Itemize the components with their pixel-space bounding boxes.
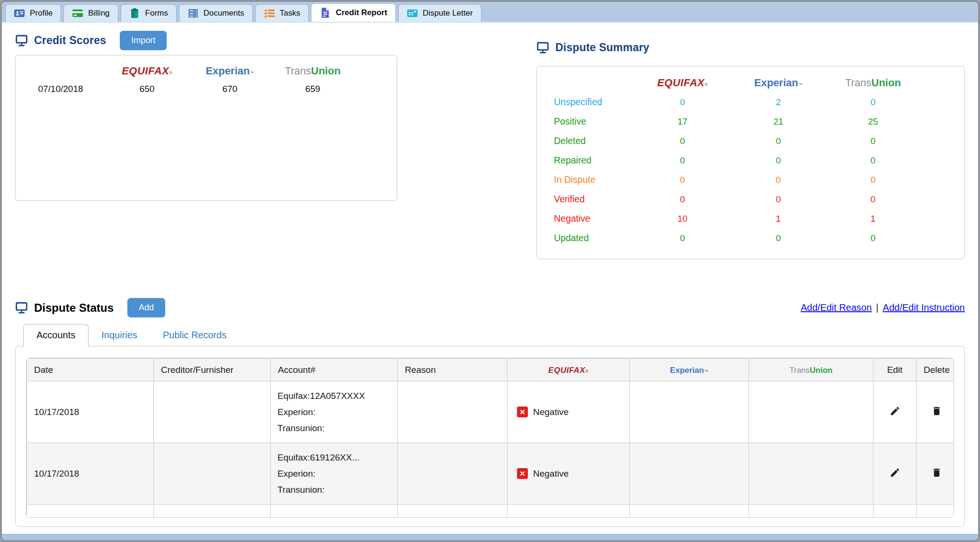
summary-value: 1 bbox=[731, 209, 826, 228]
tab-billing[interactable]: Billing bbox=[63, 4, 118, 22]
equifax-logo: EQUIFAX® bbox=[548, 366, 588, 375]
cell-equifax-status: Negative bbox=[508, 443, 630, 505]
link-separator: | bbox=[876, 302, 878, 313]
score-value: 670 bbox=[188, 80, 271, 98]
tab-label: Profile bbox=[30, 9, 53, 18]
summary-value: 0 bbox=[826, 190, 920, 209]
transunion-logo: TransUnion bbox=[790, 366, 833, 375]
horizontal-scrollbar[interactable] bbox=[2, 534, 978, 540]
cell-delete bbox=[917, 381, 954, 443]
cell-edit bbox=[873, 381, 917, 443]
tab-tasks[interactable]: Tasks bbox=[255, 4, 309, 22]
main-content: Credit Scores Import EQUIFAX®Experian™Tr… bbox=[2, 23, 978, 527]
delete-button[interactable] bbox=[931, 406, 942, 416]
column-header-bureau: TransUnion bbox=[749, 359, 873, 381]
scores-bureau-header: Experian™ bbox=[188, 62, 271, 80]
summary-bureau-header: TransUnion bbox=[826, 73, 920, 92]
column-header-account#: Account# bbox=[271, 359, 398, 381]
dispute-status-header: Dispute Status Add Add/Edit Reason|Add/E… bbox=[15, 298, 965, 317]
table-header-row: DateCreditor/FurnisherAccount#ReasonEQUI… bbox=[27, 359, 954, 381]
cell-account: Equifax:12A057XXXXExperion:Transunion: bbox=[271, 381, 398, 443]
score-row-date: 07/10/2018 bbox=[16, 80, 106, 98]
account-line: Experion: bbox=[277, 466, 391, 482]
column-header-bureau: EQUIFAX® bbox=[508, 359, 630, 381]
import-button[interactable]: Import bbox=[120, 31, 167, 50]
tasks-checklist-icon bbox=[264, 8, 275, 19]
monitor-icon bbox=[15, 34, 28, 47]
dispute-table-container[interactable]: DateCreditor/FurnisherAccount#ReasonEQUI… bbox=[26, 358, 954, 518]
subtab-accounts[interactable]: Accounts bbox=[23, 324, 89, 346]
experian-logo: Experian™ bbox=[206, 65, 254, 77]
forms-clipboard-icon bbox=[129, 8, 141, 19]
edit-button[interactable] bbox=[890, 467, 900, 478]
add-edit-instruction-link[interactable]: Add/Edit Instruction bbox=[883, 302, 965, 313]
summary-value: 17 bbox=[634, 112, 731, 131]
summary-value: 0 bbox=[731, 151, 826, 170]
cell-account: Equifax:332632XXXX bbox=[271, 505, 398, 518]
tab-label: Dispute Letter bbox=[423, 9, 473, 18]
credit-scores-panel: EQUIFAX®Experian™TransUnion07/10/2018650… bbox=[15, 55, 397, 201]
summary-bureau-header: Experian™ bbox=[731, 73, 826, 92]
cell-creditor bbox=[154, 443, 271, 505]
column-header-edit: Edit bbox=[873, 359, 917, 381]
dispute-status-title: Dispute Status bbox=[34, 301, 114, 315]
summary-row-label: Updated bbox=[537, 228, 634, 248]
summary-value: 0 bbox=[826, 228, 920, 248]
dispute-summary-title: Dispute Summary bbox=[555, 41, 650, 54]
main-tab-bar: ProfileBillingFormsDocumentsTasksCredit … bbox=[2, 2, 978, 23]
summary-bureau-header: EQUIFAX® bbox=[634, 73, 731, 92]
tab-profile[interactable]: Profile bbox=[5, 4, 61, 22]
summary-value: 0 bbox=[731, 131, 826, 151]
tab-label: Credit Report bbox=[336, 8, 387, 18]
table-row: 10/17/2018Equifax:12A057XXXXExperion:Tra… bbox=[27, 381, 954, 443]
status-label: Negative bbox=[533, 469, 569, 479]
summary-header-spacer bbox=[537, 73, 634, 92]
add-edit-reason-link[interactable]: Add/Edit Reason bbox=[801, 302, 872, 313]
app-window: ProfileBillingFormsDocumentsTasksCredit … bbox=[0, 0, 980, 542]
edit-button[interactable] bbox=[890, 406, 900, 416]
column-header-creditor-furnisher: Creditor/Furnisher bbox=[154, 359, 271, 381]
cell-account: Equifax:619126XX...Experion:Transunion: bbox=[271, 443, 398, 505]
monitor-icon bbox=[15, 301, 28, 314]
cell-date: 10/17/2018 bbox=[27, 443, 154, 505]
experian-logo: Experian™ bbox=[670, 366, 708, 375]
tab-dispute-letter[interactable]: Dispute Letter bbox=[398, 4, 481, 22]
tab-label: Documents bbox=[204, 9, 244, 18]
dispute-letter-icon bbox=[407, 8, 418, 19]
tab-forms[interactable]: Forms bbox=[121, 4, 177, 22]
summary-value: 0 bbox=[634, 92, 731, 112]
cell-reason bbox=[398, 443, 508, 505]
tab-credit-report[interactable]: Credit Report bbox=[311, 3, 396, 22]
add-button[interactable]: Add bbox=[127, 298, 165, 317]
table-row: 10/17/2018Equifax:619126XX...Experion:Tr… bbox=[27, 443, 954, 505]
cell-edit bbox=[873, 505, 917, 518]
summary-row-label: Positive bbox=[537, 112, 634, 131]
scores-header-spacer bbox=[16, 62, 106, 80]
column-header-date: Date bbox=[27, 359, 154, 381]
red-x-icon bbox=[517, 468, 528, 479]
subtab-public-records[interactable]: Public Records bbox=[150, 325, 240, 346]
account-line: Transunion: bbox=[277, 420, 391, 436]
summary-value: 0 bbox=[826, 170, 920, 190]
summary-value: 10 bbox=[634, 209, 731, 228]
account-line: Equifax:619126XX... bbox=[277, 450, 391, 466]
delete-button[interactable] bbox=[931, 467, 942, 478]
cell-experian-status bbox=[630, 443, 749, 505]
dispute-status-subtabs: AccountsInquiriesPublic Records bbox=[15, 324, 965, 346]
summary-value: 0 bbox=[731, 228, 826, 248]
tab-documents[interactable]: Documents bbox=[179, 4, 253, 22]
cell-transunion-status bbox=[749, 381, 873, 443]
cell-equifax-status: Negative bbox=[508, 381, 630, 443]
summary-value: 0 bbox=[634, 131, 731, 151]
cell-delete bbox=[917, 443, 954, 505]
cell-transunion-status bbox=[749, 505, 873, 518]
red-x-icon bbox=[517, 406, 528, 417]
column-header-delete: Delete bbox=[917, 359, 954, 381]
summary-value: 0 bbox=[634, 170, 731, 190]
cell-date: 10/17/2018 bbox=[27, 381, 154, 443]
column-header-bureau: Experian™ bbox=[630, 359, 749, 381]
summary-row-label: Repaired bbox=[537, 151, 634, 170]
equifax-logo: EQUIFAX® bbox=[657, 77, 708, 89]
equifax-logo: EQUIFAX® bbox=[122, 65, 172, 77]
subtab-inquiries[interactable]: Inquiries bbox=[89, 325, 150, 346]
